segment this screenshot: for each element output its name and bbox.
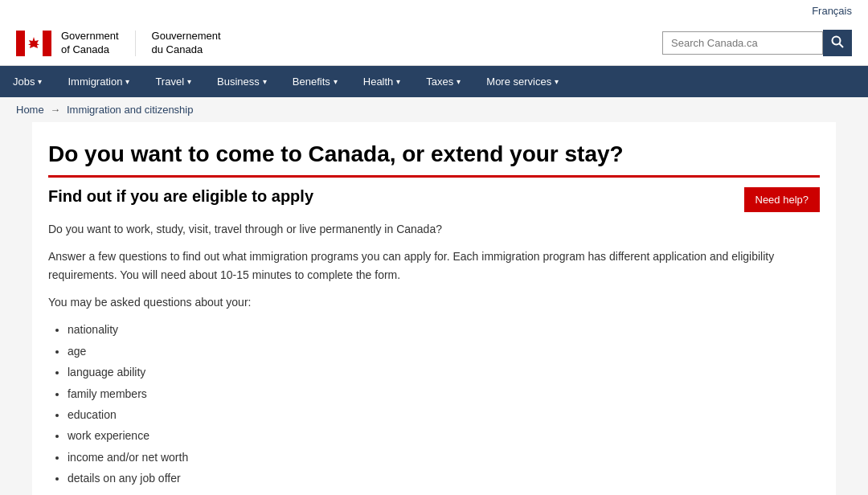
chevron-down-icon: ▾ — [334, 77, 338, 86]
svg-line-5 — [840, 44, 844, 48]
list-item: age — [68, 342, 820, 360]
nav-business[interactable]: Business ▾ — [204, 66, 280, 97]
need-help-button[interactable]: Need help? — [744, 187, 821, 212]
nav-travel[interactable]: Travel ▾ — [142, 66, 204, 97]
list-item: education — [68, 406, 820, 423]
nav-more-services[interactable]: More services ▾ — [473, 66, 571, 97]
questions-intro: You may be asked questions about your: — [48, 293, 820, 311]
french-link[interactable]: Français — [812, 5, 852, 17]
chevron-down-icon: ▾ — [555, 77, 559, 86]
canada-flag — [16, 31, 51, 56]
page-title: Do you want to come to Canada, or extend… — [48, 141, 820, 178]
section-title: Find out if you are eligible to apply — [48, 187, 313, 206]
intro-text-1: Do you want to work, study, visit, trave… — [48, 220, 820, 238]
chevron-down-icon: ▾ — [125, 77, 129, 86]
section-header: Find out if you are eligible to apply Ne… — [48, 187, 820, 212]
list-item: language ability — [68, 363, 820, 381]
utility-bar: Français — [0, 0, 868, 22]
header-left: Governmentof Canada Gouvernementdu Canad… — [16, 30, 221, 57]
list-item: income and/or net worth — [68, 448, 820, 466]
breadcrumb-separator: → — [50, 104, 60, 116]
chevron-down-icon: ▾ — [396, 77, 400, 86]
chevron-down-icon: ▾ — [187, 77, 191, 86]
nav-health[interactable]: Health ▾ — [350, 66, 414, 97]
main-nav: Jobs ▾ Immigration ▾ Travel ▾ Business ▾… — [0, 66, 868, 97]
gov-name-divider — [135, 31, 136, 56]
breadcrumb-current[interactable]: Immigration and citizenship — [67, 104, 194, 116]
list-item: nationality — [68, 321, 820, 338]
search-input[interactable] — [662, 31, 823, 55]
breadcrumb-home[interactable]: Home — [16, 104, 44, 116]
intro-text-2: Answer a few questions to find out what … — [48, 248, 820, 284]
chevron-down-icon: ▾ — [457, 77, 461, 86]
list-item: details on any job offer — [68, 469, 820, 487]
svg-point-4 — [833, 37, 841, 45]
gov-name-fr: Gouvernementdu Canada — [152, 30, 221, 57]
main-content: Do you want to come to Canada, or extend… — [32, 122, 836, 495]
site-header: Governmentof Canada Gouvernementdu Canad… — [0, 22, 868, 66]
svg-rect-0 — [16, 31, 25, 56]
search-button[interactable] — [823, 30, 852, 56]
nav-immigration[interactable]: Immigration ▾ — [55, 66, 142, 97]
questions-list: nationality age language ability family … — [68, 321, 820, 487]
search-area — [662, 30, 852, 56]
gov-name-en: Governmentof Canada — [61, 30, 119, 57]
list-item: work experience — [68, 427, 820, 444]
search-icon — [831, 35, 844, 48]
nav-benefits[interactable]: Benefits ▾ — [280, 66, 350, 97]
list-item: family members — [68, 385, 820, 403]
chevron-down-icon: ▾ — [263, 77, 267, 86]
svg-rect-2 — [43, 31, 51, 56]
nav-taxes[interactable]: Taxes ▾ — [413, 66, 473, 97]
nav-jobs[interactable]: Jobs ▾ — [0, 66, 55, 97]
breadcrumb: Home → Immigration and citizenship — [0, 97, 868, 122]
chevron-down-icon: ▾ — [38, 77, 42, 86]
